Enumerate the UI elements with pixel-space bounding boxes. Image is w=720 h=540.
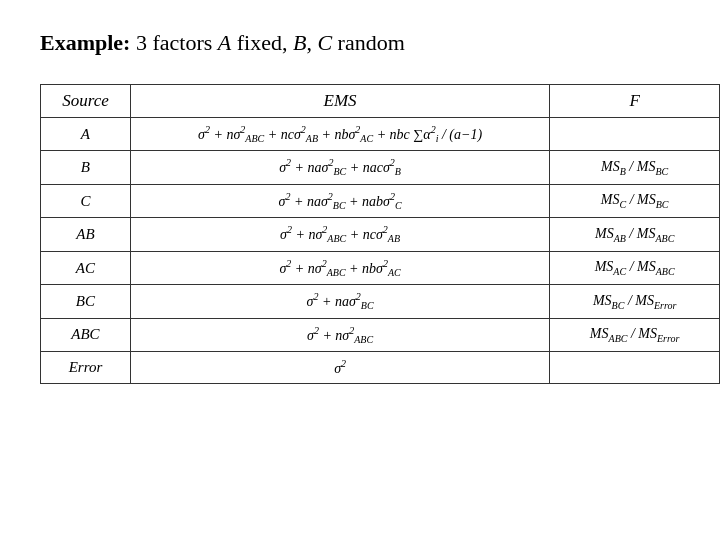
page-title: Example: 3 factors A fixed, B, C random xyxy=(40,30,680,56)
ems-cell: σ2 + nσ2ABC xyxy=(130,318,549,351)
table-row: Aσ2 + nσ2ABC + ncσ2AB + nbσ2AC + nbc ∑α2… xyxy=(41,118,720,151)
f-cell: MSB / MSBC xyxy=(550,151,720,184)
table-header-row: Source EMS F xyxy=(41,85,720,118)
ems-cell: σ2 + nσ2ABC + ncσ2AB xyxy=(130,218,549,251)
title-body: 3 factors A fixed, B, C random xyxy=(136,30,405,55)
ems-cell: σ2 + nσ2ABC + ncσ2AB + nbσ2AC + nbc ∑α2i… xyxy=(130,118,549,151)
ems-cell: σ2 + naσ2BC + nacσ2B xyxy=(130,151,549,184)
ems-cell: σ2 + nσ2ABC + nbσ2AC xyxy=(130,251,549,284)
f-cell xyxy=(550,352,720,384)
anova-table: Source EMS F Aσ2 + nσ2ABC + ncσ2AB + nbσ… xyxy=(40,84,720,384)
source-cell: AB xyxy=(41,218,131,251)
f-cell: MSC / MSBC xyxy=(550,184,720,217)
table-row: Errorσ2 xyxy=(41,352,720,384)
ems-cell: σ2 + naσ2BC xyxy=(130,285,549,318)
source-cell: B xyxy=(41,151,131,184)
f-cell: MSABC / MSError xyxy=(550,318,720,351)
header-ems: EMS xyxy=(130,85,549,118)
header-f: F xyxy=(550,85,720,118)
f-cell: MSAC / MSABC xyxy=(550,251,720,284)
source-cell: C xyxy=(41,184,131,217)
table-row: Cσ2 + naσ2BC + nabσ2CMSC / MSBC xyxy=(41,184,720,217)
ems-cell: σ2 + naσ2BC + nabσ2C xyxy=(130,184,549,217)
table-row: ABCσ2 + nσ2ABCMSABC / MSError xyxy=(41,318,720,351)
ems-cell: σ2 xyxy=(130,352,549,384)
f-cell xyxy=(550,118,720,151)
f-cell: MSAB / MSABC xyxy=(550,218,720,251)
source-cell: ABC xyxy=(41,318,131,351)
title-example-label: Example: xyxy=(40,30,130,55)
table-row: ACσ2 + nσ2ABC + nbσ2ACMSAC / MSABC xyxy=(41,251,720,284)
source-cell: A xyxy=(41,118,131,151)
table-body: Aσ2 + nσ2ABC + ncσ2AB + nbσ2AC + nbc ∑α2… xyxy=(41,118,720,384)
header-source: Source xyxy=(41,85,131,118)
table-row: BCσ2 + naσ2BCMSBC / MSError xyxy=(41,285,720,318)
f-cell: MSBC / MSError xyxy=(550,285,720,318)
table-row: Bσ2 + naσ2BC + nacσ2BMSB / MSBC xyxy=(41,151,720,184)
page: Example: 3 factors A fixed, B, C random … xyxy=(0,0,720,414)
source-cell: Error xyxy=(41,352,131,384)
table-row: ABσ2 + nσ2ABC + ncσ2ABMSAB / MSABC xyxy=(41,218,720,251)
source-cell: AC xyxy=(41,251,131,284)
source-cell: BC xyxy=(41,285,131,318)
